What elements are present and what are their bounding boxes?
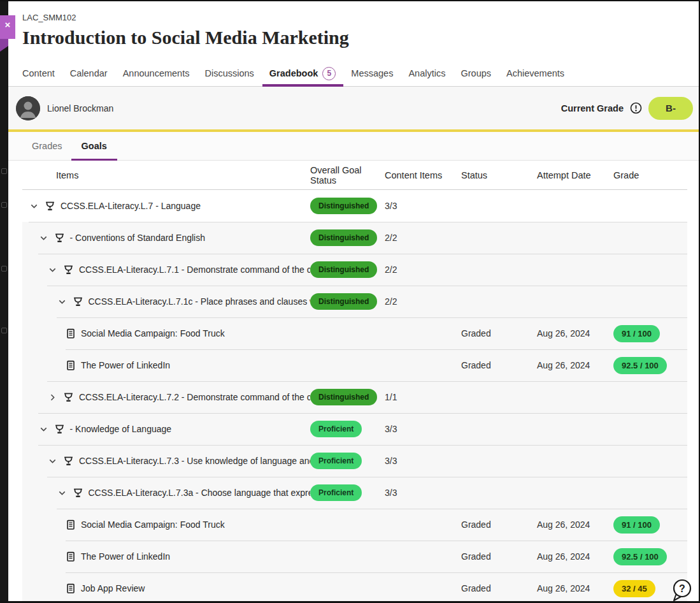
goal-trophy-icon [63,265,74,275]
clipped-icon-3 [1,266,7,272]
content-items-cell: 3/3 [385,201,461,211]
subtab-grades[interactable]: Grades [31,132,64,160]
items-cell: The Power of LinkedIn [22,360,310,371]
goal-row[interactable]: - Knowledge of LanguageProficient3/3 [22,413,687,445]
nav-tab-analytics[interactable]: Analytics [408,61,445,86]
goal-status-pill: Distinguished [310,389,377,405]
overall-goal-status-cell: Proficient [310,421,385,437]
content-items-cell: 2/2 [385,233,461,243]
goal-row[interactable]: CCSS.ELA-Literacy.L.7.1 - Demonstrate co… [22,254,687,286]
goal-label: CCSS.ELA-Literacy.L.7.2 - Demonstrate co… [79,392,310,402]
content-item-row[interactable]: The Power of LinkedInGradedAug 26, 20249… [22,541,687,572]
nav-tab-achievements[interactable]: Achievements [506,61,564,86]
content-items-cell: 3/3 [385,488,461,498]
goal-status-pill: Proficient [310,421,362,437]
goal-status-pill: Distinguished [310,261,377,278]
items-cell: Job App Review [22,583,310,594]
student-name: Lionel Brockman [47,103,113,113]
course-id: LAC_SMM102 [22,13,699,22]
goal-label: - Conventions of Standard English [70,233,205,243]
person-silhouette-icon [16,96,40,120]
nav-tab-gradebook[interactable]: Gradebook5 [269,61,336,86]
goal-row[interactable]: CCSS.ELA-Literacy.L.7 - LanguageDistingu… [22,190,687,222]
items-cell: CCSS.ELA-Literacy.L.7.1 - Demonstrate co… [22,265,310,275]
close-panel-button[interactable]: × [0,15,15,52]
chevron-down-icon[interactable] [57,296,68,307]
help-button[interactable]: ? [671,578,694,602]
goal-row[interactable]: CCSS.ELA-Literacy.L.7.3 - Use knowledge … [22,445,687,477]
nav-tab-label: Achievements [506,68,564,78]
goal-status-pill: Distinguished [310,198,377,214]
chevron-down-icon[interactable] [38,233,49,243]
content-item-row[interactable]: Social Media Campaign: Food TruckGradedA… [22,317,687,349]
current-grade-pill[interactable]: B- [648,97,693,120]
content-item-row[interactable]: Social Media Campaign: Food TruckGradedA… [22,509,687,541]
content-items-cell: 2/2 [385,265,461,275]
student-bar: Lionel Brockman Current Grade B- [8,87,699,129]
items-cell: CCSS.ELA-Literacy.L.7.2 - Demonstrate co… [22,392,310,403]
content-item-row[interactable]: The Power of LinkedInGradedAug 26, 20249… [22,349,687,381]
content-item-row[interactable]: Job App ReviewGradedAug 26, 202432 / 45 [22,572,687,603]
items-cell: CCSS.ELA-Literacy.L.7.3 - Use knowledge … [22,456,310,467]
page-title: Introduction to Social Media Marketing [22,25,699,49]
goal-trophy-icon [73,488,83,498]
main-panel: LAC_SMM102 Introduction to Social Media … [8,3,699,602]
goal-row[interactable]: CCSS.ELA-Literacy.L.7.1c - Place phrases… [22,286,687,317]
item-label: Social Media Campaign: Food Truck [81,519,225,530]
nav-tab-calendar[interactable]: Calendar [70,61,108,86]
chevron-down-icon[interactable] [57,488,68,498]
grade-pill[interactable]: 92.5 / 100 [613,548,667,565]
items-cell: The Power of LinkedIn [22,551,310,562]
goal-trophy-icon [73,296,83,307]
goal-label: CCSS.ELA-Literacy.L.7 - Language [61,201,201,211]
goal-label: CCSS.ELA-Literacy.L.7.1 - Demonstrate co… [79,265,310,275]
column-header-grade: Grade [613,170,687,180]
nav-tab-discussions[interactable]: Discussions [204,61,254,86]
nav-tab-announcements[interactable]: Announcements [123,61,190,86]
goal-row[interactable]: CCSS.ELA-Literacy.L.7.3a - Choose langua… [22,477,687,509]
goal-status-pill: Proficient [310,484,362,501]
goal-trophy-icon [54,233,65,243]
nav-tab-groups[interactable]: Groups [461,61,491,86]
goal-label: CCSS.ELA-Literacy.L.7.3 - Use knowledge … [79,456,310,466]
nav-tab-label: Announcements [123,68,190,78]
grade-cell: 92.5 / 100 [613,357,687,374]
chevron-down-icon[interactable] [38,424,49,435]
help-icon: ? [671,578,694,602]
grade-cell: 91 / 100 [613,516,687,534]
status-cell: Graded [461,551,537,562]
chevron-down-icon[interactable] [47,265,58,275]
attempt-date-cell: Aug 26, 2024 [537,551,613,562]
subtab-goals[interactable]: Goals [80,132,108,160]
items-cell: - Conventions of Standard English [22,233,310,243]
current-grade-info-button[interactable] [630,102,642,114]
goal-trophy-icon [63,392,74,403]
grade-pill[interactable]: 32 / 45 [613,580,655,597]
grade-pill[interactable]: 92.5 / 100 [613,357,667,374]
goal-status-pill: Proficient [310,453,362,469]
grade-pill[interactable]: 91 / 100 [613,325,660,342]
overall-goal-status-cell: Distinguished [310,198,385,214]
chevron-down-icon[interactable] [29,201,39,212]
page-header: LAC_SMM102 Introduction to Social Media … [8,3,699,49]
chevron-right-icon[interactable] [47,392,58,403]
goal-trophy-icon [54,424,65,435]
document-icon [66,583,76,594]
nav-tab-content[interactable]: Content [22,61,55,86]
course-nav: ContentCalendarAnnouncementsDiscussionsG… [8,61,699,87]
goal-trophy-icon [63,456,74,467]
grade-pill[interactable]: 91 / 100 [613,516,660,534]
overall-goal-status-cell: Distinguished [310,229,385,246]
content-items-cell: 2/2 [385,296,461,307]
nav-tab-messages[interactable]: Messages [351,61,393,86]
chevron-down-icon[interactable] [47,456,58,467]
items-cell: - Knowledge of Language [22,424,310,435]
overall-goal-status-cell: Proficient [310,453,385,469]
fold-decoration [0,39,8,52]
close-icon: × [0,20,15,29]
goal-trophy-icon [45,201,55,212]
goal-row[interactable]: CCSS.ELA-Literacy.L.7.2 - Demonstrate co… [22,381,687,413]
attempt-date-cell: Aug 26, 2024 [537,328,613,338]
grades-goals-tabs: GradesGoals [8,132,699,161]
goal-row[interactable]: - Conventions of Standard EnglishDisting… [22,222,687,254]
